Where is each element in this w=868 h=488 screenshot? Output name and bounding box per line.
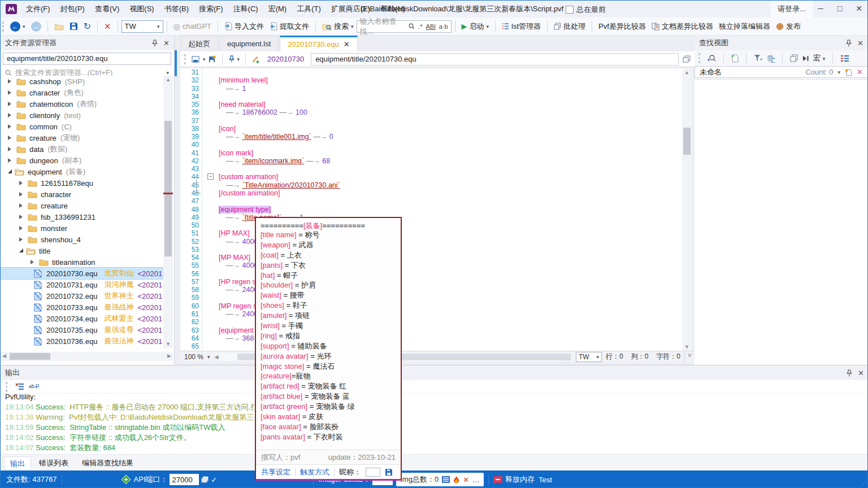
tree-scroll-thumb[interactable] (164, 121, 172, 256)
menu-item-4[interactable]: 书签(B) (159, 1, 194, 18)
nickname-input[interactable] (366, 468, 380, 477)
stop-button[interactable]: ✕ (101, 19, 114, 34)
tree-hscroll-thumb[interactable] (10, 353, 50, 360)
share-settings-link[interactable]: 共享设定 (261, 467, 290, 477)
tree-hscrollbar[interactable]: ◀ ▶ (1, 352, 173, 361)
tree-folder-title[interactable]: title (1, 245, 163, 256)
tree-folder-common[interactable]: common(C) (1, 121, 163, 132)
expanded-arrow-icon[interactable] (8, 169, 12, 173)
menu-item-6[interactable]: 注释(C) (228, 1, 263, 18)
scroll-left-icon[interactable]: ◀ (2, 353, 6, 359)
tree-file-202010732.equ[interactable]: 202010732.equ世界神主<20201 (1, 290, 163, 302)
bottom-tab-错误列表[interactable]: 错误列表 (33, 456, 74, 470)
result-list-icon[interactable] (840, 55, 849, 62)
editor-encoding-select[interactable]: TW▾ (576, 352, 602, 362)
maximize-button[interactable]: □ (830, 1, 849, 18)
tree-folder-shenshou_4[interactable]: shenshou_4 (1, 234, 163, 245)
collapse-arrow-icon[interactable] (19, 181, 25, 185)
checkbox-box[interactable] (566, 6, 574, 14)
tree-file-202010733.equ[interactable]: 202010733.equ最强战神<20201 (1, 302, 163, 313)
tree-file-202010735.equ[interactable]: 202010735.equ最强道尊<20201 (1, 324, 163, 336)
clear-list-icon[interactable] (15, 383, 24, 390)
batch-button[interactable]: 批处理 (551, 19, 588, 34)
output-close-icon[interactable]: ✕ (858, 369, 864, 377)
macro-button[interactable]: 宏 ▾ (813, 53, 825, 63)
collapse-arrow-icon[interactable] (8, 147, 14, 151)
menu-item-0[interactable]: 文件(F) (21, 1, 55, 18)
tree-folder-creature[interactable]: creature (1, 200, 163, 211)
login-button[interactable]: 请登录... (771, 1, 813, 18)
tree-folder-data[interactable]: data(数据) (1, 143, 163, 155)
collapse-arrow-icon[interactable] (19, 203, 25, 208)
flame-icon[interactable] (453, 476, 459, 483)
scroll-up-icon[interactable]: ▲ (163, 76, 173, 84)
img-list-icon[interactable] (442, 476, 450, 483)
scroll-down-icon[interactable]: ▼ (163, 340, 173, 348)
word-wrap-icon[interactable]: ab (29, 383, 39, 390)
save-nickname-icon[interactable] (385, 468, 393, 476)
zoom-level[interactable]: 100 % (180, 353, 207, 361)
close-button[interactable]: ✕ (849, 1, 868, 18)
chevron-down-icon[interactable]: ▾ (203, 56, 206, 62)
expand-chevron-icon[interactable]: ˅ (684, 352, 695, 362)
tree-folder-dungeon[interactable]: dungeon(副本) (1, 155, 163, 166)
whole-word-icon[interactable]: a·b (439, 23, 448, 30)
menu-item-2[interactable]: 查看(V) (90, 1, 124, 18)
toolbar-grip[interactable] (6, 382, 8, 392)
tab-close-icon[interactable]: ✕ (344, 40, 350, 49)
minimize-button[interactable]: ─ (811, 1, 830, 18)
menu-item-8[interactable]: 工具(T) (292, 1, 326, 18)
more-icon[interactable]: … (472, 476, 480, 484)
tree-folder-cashshop[interactable]: cashshop(SHP) (1, 76, 163, 87)
tree-folder-character[interactable]: character (1, 189, 163, 200)
save-view-icon[interactable] (192, 55, 201, 63)
menu-item-1[interactable]: 封包(P) (55, 1, 90, 18)
new-tab-icon[interactable] (845, 68, 852, 76)
refresh-button[interactable]: ↻ (81, 19, 94, 34)
free-memory-button[interactable]: 释放内存 (493, 474, 535, 485)
collapse-arrow-icon[interactable] (19, 226, 25, 230)
tree-folder-clientonly[interactable]: clientonly(test) (1, 110, 163, 121)
lst-manager-button[interactable]: lst管理器 (499, 19, 544, 34)
expanded-arrow-icon[interactable] (19, 249, 23, 252)
collapse-arrow-icon[interactable] (31, 260, 36, 264)
step-icon[interactable] (802, 55, 809, 62)
match-case-icon[interactable]: ABl (426, 23, 436, 30)
editor-vscrollbar[interactable]: ▲ ▼ (682, 68, 692, 351)
pvf-diff-button[interactable]: Pvf差异比较器 (596, 19, 649, 34)
tree-folder-monster[interactable]: monster (1, 223, 163, 234)
menu-item-3[interactable]: 视图(S) (124, 1, 159, 18)
chatgpt-button[interactable]: ◎chatGPT (171, 19, 215, 34)
save-button[interactable] (67, 19, 81, 34)
collapse-arrow-icon[interactable] (19, 192, 25, 197)
breadcrumb-grip[interactable] (184, 54, 186, 64)
bottom-tab-编辑器查找结果[interactable]: 编辑器查找结果 (76, 456, 139, 470)
api-port-input[interactable]: 27000 (170, 474, 199, 485)
tree-folder-fsb_1336991231[interactable]: fsb_1336991231 (1, 211, 163, 223)
tree-folder-1261511678equ[interactable]: 1261511678equ (1, 177, 163, 189)
breadcrumb-input[interactable]: equipment/title/202010730.equ (311, 53, 679, 66)
drop-editor-button[interactable]: 独立掉落编辑器 (716, 19, 773, 34)
refresh-data-icon[interactable] (766, 54, 775, 63)
back-button[interactable]: ←▾ (7, 19, 28, 34)
bottom-tab-输出[interactable]: 输出 (4, 456, 31, 470)
tree-file-202010731.equ[interactable]: 202010731.equ混沌神魔<20201 (1, 279, 163, 290)
pin-doc-icon[interactable] (228, 55, 235, 63)
open-button[interactable] (51, 19, 67, 34)
tree-folder-creature[interactable]: creature(宠物) (1, 132, 163, 143)
encoding-select[interactable]: TW▾ (121, 20, 163, 33)
save-all-icon[interactable] (208, 55, 216, 63)
tab-202010730.equ[interactable]: 202010730.equ✕ (280, 36, 357, 51)
tree-folder-titleanimation[interactable]: titleanimation (1, 256, 163, 268)
import-file-button[interactable]: 导入文件 (222, 19, 267, 34)
pin-icon[interactable] (847, 369, 852, 377)
search-menu-button[interactable]: 搜索▾ (319, 19, 357, 34)
name-search-input[interactable]: 输入名称查找... .* ABl a·b (357, 20, 452, 33)
collapse-arrow-icon[interactable] (8, 158, 14, 163)
find-view-close-icon[interactable]: ✕ (857, 39, 863, 47)
resize-grip[interactable]: ⋰ (861, 480, 867, 487)
scroll-right-icon[interactable]: ▶ (167, 353, 171, 359)
scroll-down-icon[interactable]: ▼ (682, 343, 692, 351)
start-button[interactable]: ▶启动▾ (459, 19, 492, 34)
copy-results-icon[interactable] (790, 54, 798, 62)
